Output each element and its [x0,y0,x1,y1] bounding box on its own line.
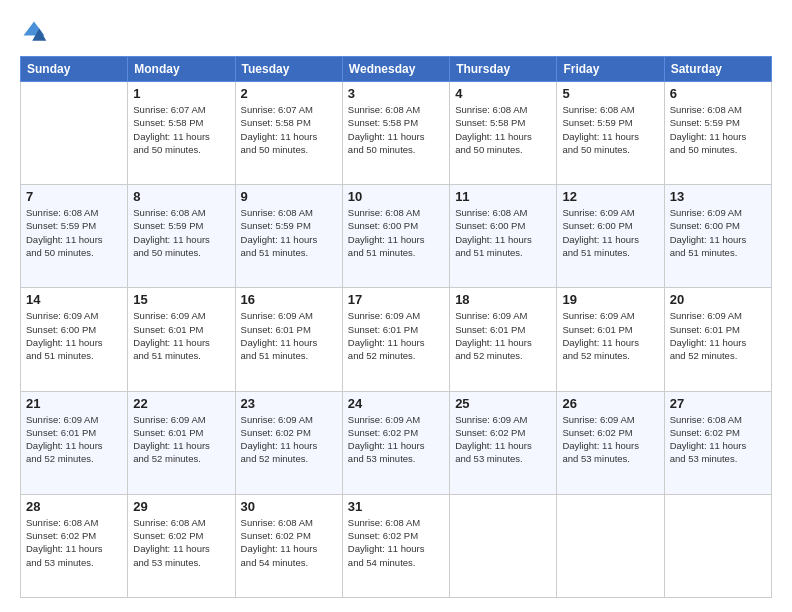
day-info: Sunrise: 6:08 AM Sunset: 5:58 PM Dayligh… [455,103,551,156]
week-row-5: 28Sunrise: 6:08 AM Sunset: 6:02 PM Dayli… [21,494,772,597]
day-info: Sunrise: 6:09 AM Sunset: 6:01 PM Dayligh… [670,309,766,362]
day-info: Sunrise: 6:09 AM Sunset: 6:01 PM Dayligh… [455,309,551,362]
day-number: 18 [455,292,551,307]
calendar-cell: 2Sunrise: 6:07 AM Sunset: 5:58 PM Daylig… [235,82,342,185]
day-number: 28 [26,499,122,514]
day-info: Sunrise: 6:08 AM Sunset: 6:00 PM Dayligh… [348,206,444,259]
day-number: 20 [670,292,766,307]
calendar-cell: 7Sunrise: 6:08 AM Sunset: 5:59 PM Daylig… [21,185,128,288]
day-info: Sunrise: 6:09 AM Sunset: 6:01 PM Dayligh… [348,309,444,362]
day-number: 27 [670,396,766,411]
calendar-cell: 4Sunrise: 6:08 AM Sunset: 5:58 PM Daylig… [450,82,557,185]
day-info: Sunrise: 6:08 AM Sunset: 6:02 PM Dayligh… [670,413,766,466]
day-info: Sunrise: 6:09 AM Sunset: 6:02 PM Dayligh… [562,413,658,466]
calendar-cell: 25Sunrise: 6:09 AM Sunset: 6:02 PM Dayli… [450,391,557,494]
day-info: Sunrise: 6:09 AM Sunset: 6:01 PM Dayligh… [26,413,122,466]
calendar-table: SundayMondayTuesdayWednesdayThursdayFrid… [20,56,772,598]
calendar-cell: 1Sunrise: 6:07 AM Sunset: 5:58 PM Daylig… [128,82,235,185]
calendar-cell: 29Sunrise: 6:08 AM Sunset: 6:02 PM Dayli… [128,494,235,597]
day-number: 10 [348,189,444,204]
calendar-cell: 24Sunrise: 6:09 AM Sunset: 6:02 PM Dayli… [342,391,449,494]
calendar-cell: 8Sunrise: 6:08 AM Sunset: 5:59 PM Daylig… [128,185,235,288]
day-info: Sunrise: 6:08 AM Sunset: 5:59 PM Dayligh… [562,103,658,156]
calendar-cell: 22Sunrise: 6:09 AM Sunset: 6:01 PM Dayli… [128,391,235,494]
weekday-friday: Friday [557,57,664,82]
day-info: Sunrise: 6:08 AM Sunset: 5:59 PM Dayligh… [670,103,766,156]
day-info: Sunrise: 6:08 AM Sunset: 5:59 PM Dayligh… [133,206,229,259]
calendar-cell: 27Sunrise: 6:08 AM Sunset: 6:02 PM Dayli… [664,391,771,494]
day-number: 2 [241,86,337,101]
day-info: Sunrise: 6:08 AM Sunset: 5:59 PM Dayligh… [26,206,122,259]
day-info: Sunrise: 6:08 AM Sunset: 5:58 PM Dayligh… [348,103,444,156]
day-number: 22 [133,396,229,411]
day-info: Sunrise: 6:07 AM Sunset: 5:58 PM Dayligh… [241,103,337,156]
calendar-cell: 23Sunrise: 6:09 AM Sunset: 6:02 PM Dayli… [235,391,342,494]
day-info: Sunrise: 6:08 AM Sunset: 6:02 PM Dayligh… [133,516,229,569]
calendar-cell: 10Sunrise: 6:08 AM Sunset: 6:00 PM Dayli… [342,185,449,288]
header [20,18,772,46]
day-info: Sunrise: 6:09 AM Sunset: 6:02 PM Dayligh… [241,413,337,466]
day-number: 15 [133,292,229,307]
day-info: Sunrise: 6:08 AM Sunset: 6:02 PM Dayligh… [26,516,122,569]
day-info: Sunrise: 6:09 AM Sunset: 6:00 PM Dayligh… [670,206,766,259]
day-info: Sunrise: 6:09 AM Sunset: 6:01 PM Dayligh… [562,309,658,362]
day-number: 29 [133,499,229,514]
calendar-cell [450,494,557,597]
week-row-1: 1Sunrise: 6:07 AM Sunset: 5:58 PM Daylig… [21,82,772,185]
day-number: 13 [670,189,766,204]
day-number: 25 [455,396,551,411]
calendar-cell: 16Sunrise: 6:09 AM Sunset: 6:01 PM Dayli… [235,288,342,391]
calendar-cell: 11Sunrise: 6:08 AM Sunset: 6:00 PM Dayli… [450,185,557,288]
calendar-cell: 3Sunrise: 6:08 AM Sunset: 5:58 PM Daylig… [342,82,449,185]
weekday-tuesday: Tuesday [235,57,342,82]
calendar-cell: 15Sunrise: 6:09 AM Sunset: 6:01 PM Dayli… [128,288,235,391]
day-number: 7 [26,189,122,204]
calendar-cell: 5Sunrise: 6:08 AM Sunset: 5:59 PM Daylig… [557,82,664,185]
day-number: 12 [562,189,658,204]
calendar-cell: 26Sunrise: 6:09 AM Sunset: 6:02 PM Dayli… [557,391,664,494]
day-number: 8 [133,189,229,204]
day-info: Sunrise: 6:09 AM Sunset: 6:01 PM Dayligh… [241,309,337,362]
weekday-thursday: Thursday [450,57,557,82]
week-row-2: 7Sunrise: 6:08 AM Sunset: 5:59 PM Daylig… [21,185,772,288]
day-info: Sunrise: 6:09 AM Sunset: 6:02 PM Dayligh… [455,413,551,466]
day-info: Sunrise: 6:09 AM Sunset: 6:01 PM Dayligh… [133,309,229,362]
day-number: 1 [133,86,229,101]
day-number: 19 [562,292,658,307]
calendar-cell: 30Sunrise: 6:08 AM Sunset: 6:02 PM Dayli… [235,494,342,597]
day-info: Sunrise: 6:08 AM Sunset: 5:59 PM Dayligh… [241,206,337,259]
day-info: Sunrise: 6:09 AM Sunset: 6:02 PM Dayligh… [348,413,444,466]
day-number: 21 [26,396,122,411]
calendar-cell: 21Sunrise: 6:09 AM Sunset: 6:01 PM Dayli… [21,391,128,494]
logo-icon [20,18,48,46]
calendar-cell: 14Sunrise: 6:09 AM Sunset: 6:00 PM Dayli… [21,288,128,391]
day-info: Sunrise: 6:08 AM Sunset: 6:02 PM Dayligh… [348,516,444,569]
calendar-cell [664,494,771,597]
day-number: 16 [241,292,337,307]
day-number: 26 [562,396,658,411]
day-number: 3 [348,86,444,101]
weekday-saturday: Saturday [664,57,771,82]
calendar-cell: 31Sunrise: 6:08 AM Sunset: 6:02 PM Dayli… [342,494,449,597]
calendar-cell: 19Sunrise: 6:09 AM Sunset: 6:01 PM Dayli… [557,288,664,391]
day-number: 30 [241,499,337,514]
day-number: 11 [455,189,551,204]
day-info: Sunrise: 6:09 AM Sunset: 6:00 PM Dayligh… [562,206,658,259]
calendar-cell: 6Sunrise: 6:08 AM Sunset: 5:59 PM Daylig… [664,82,771,185]
calendar-cell: 20Sunrise: 6:09 AM Sunset: 6:01 PM Dayli… [664,288,771,391]
logo [20,18,52,46]
calendar-cell: 9Sunrise: 6:08 AM Sunset: 5:59 PM Daylig… [235,185,342,288]
calendar-cell: 28Sunrise: 6:08 AM Sunset: 6:02 PM Dayli… [21,494,128,597]
day-info: Sunrise: 6:09 AM Sunset: 6:01 PM Dayligh… [133,413,229,466]
day-number: 14 [26,292,122,307]
day-number: 4 [455,86,551,101]
day-info: Sunrise: 6:08 AM Sunset: 6:02 PM Dayligh… [241,516,337,569]
day-info: Sunrise: 6:07 AM Sunset: 5:58 PM Dayligh… [133,103,229,156]
calendar-cell: 17Sunrise: 6:09 AM Sunset: 6:01 PM Dayli… [342,288,449,391]
calendar-cell [557,494,664,597]
calendar-cell: 13Sunrise: 6:09 AM Sunset: 6:00 PM Dayli… [664,185,771,288]
day-number: 6 [670,86,766,101]
day-info: Sunrise: 6:09 AM Sunset: 6:00 PM Dayligh… [26,309,122,362]
calendar-cell: 12Sunrise: 6:09 AM Sunset: 6:00 PM Dayli… [557,185,664,288]
day-number: 24 [348,396,444,411]
